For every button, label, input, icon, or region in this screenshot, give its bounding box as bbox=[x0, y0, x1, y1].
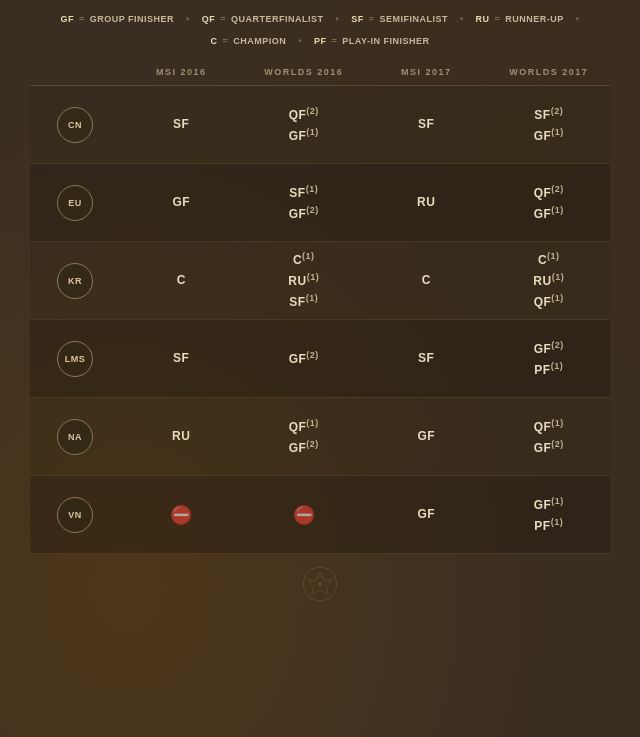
legend-item-gf: GF=GROUP FINISHER bbox=[60, 14, 174, 24]
data-cell: SF bbox=[365, 108, 488, 141]
stat-line: SF(1) bbox=[289, 292, 318, 311]
data-cell: QF(1)GF(2) bbox=[488, 409, 611, 465]
stat-line: C bbox=[177, 272, 186, 289]
table-header: MSI 2016 WORLDS 2016 MSI 2017 WORLDS 201… bbox=[30, 61, 610, 83]
data-cell: GF(2)PF(1) bbox=[488, 331, 611, 387]
data-cell: C(1)RU(1)QF(1) bbox=[488, 242, 611, 318]
region-cell: LMS bbox=[30, 331, 120, 387]
stat-line: SF(2) bbox=[534, 105, 563, 124]
legend-item-qf: QF=QUARTERFINALIST bbox=[202, 14, 324, 24]
stat-line: QF(1) bbox=[289, 417, 319, 436]
region-cell: EU bbox=[30, 175, 120, 231]
data-cell: GF bbox=[365, 498, 488, 531]
data-cell: QF(1)GF(2) bbox=[243, 409, 366, 465]
stat-line: C(1) bbox=[538, 250, 560, 269]
stat-line: SF bbox=[173, 350, 189, 367]
region-badge-vn: VN bbox=[57, 497, 93, 533]
data-cell: GF(1)PF(1) bbox=[488, 487, 611, 543]
legend-separator: • bbox=[460, 14, 464, 24]
table-body: CNSFQF(2)GF(1)SFSF(2)GF(1)EUGFSF(1)GF(2)… bbox=[30, 85, 610, 554]
stat-line: QF(2) bbox=[534, 183, 564, 202]
stat-line: C(1) bbox=[293, 250, 315, 269]
stat-line: C bbox=[422, 272, 431, 289]
col-header-worlds2017: WORLDS 2017 bbox=[488, 61, 611, 83]
data-cell: C bbox=[120, 264, 243, 297]
stat-line: PF(1) bbox=[534, 516, 563, 535]
data-cell: RU bbox=[120, 420, 243, 453]
stat-line: GF bbox=[172, 194, 190, 211]
data-cell: ⛔ bbox=[243, 496, 366, 534]
col-header-worlds2016: WORLDS 2016 bbox=[243, 61, 366, 83]
stat-line: RU bbox=[417, 194, 435, 211]
legend-separator: • bbox=[186, 14, 190, 24]
legend-separator: • bbox=[298, 36, 302, 46]
col-header-msi2017: MSI 2017 bbox=[365, 61, 488, 83]
stat-line: SF bbox=[418, 350, 434, 367]
region-badge-cn: CN bbox=[57, 107, 93, 143]
legend-item-ru: RU=RUNNER-UP bbox=[476, 14, 564, 24]
data-cell: QF(2)GF(1) bbox=[243, 97, 366, 153]
stat-line: QF(1) bbox=[534, 417, 564, 436]
stat-line: GF(2) bbox=[534, 339, 564, 358]
stat-line: GF(2) bbox=[534, 438, 564, 457]
region-cell: VN bbox=[30, 487, 120, 543]
region-cell: NA bbox=[30, 409, 120, 465]
stat-line: GF bbox=[417, 428, 435, 445]
region-badge-eu: EU bbox=[57, 185, 93, 221]
table-row: CNSFQF(2)GF(1)SFSF(2)GF(1) bbox=[30, 86, 610, 164]
legend-item-sf: SF=SEMIFINALIST bbox=[351, 14, 448, 24]
data-cell: SF bbox=[365, 342, 488, 375]
region-badge-kr: KR bbox=[57, 263, 93, 299]
data-cell: SF(1)GF(2) bbox=[243, 175, 366, 231]
stat-line: RU(1) bbox=[288, 271, 319, 290]
stat-line: SF(1) bbox=[289, 183, 318, 202]
col-header-region bbox=[30, 61, 120, 83]
stat-line: GF(2) bbox=[289, 438, 319, 457]
legend-item-c: C=CHAMPION bbox=[211, 36, 287, 46]
data-cell: GF(2) bbox=[243, 341, 366, 376]
table-row: KRCC(1)RU(1)SF(1)CC(1)RU(1)QF(1) bbox=[30, 242, 610, 320]
table-row: EUGFSF(1)GF(2)RUQF(2)GF(1) bbox=[30, 164, 610, 242]
table-row: VN⛔⛔GFGF(1)PF(1) bbox=[30, 476, 610, 554]
region-badge-lms: LMS bbox=[57, 341, 93, 377]
data-cell: QF(2)GF(1) bbox=[488, 175, 611, 231]
stat-line: QF(2) bbox=[289, 105, 319, 124]
stat-line: GF(1) bbox=[289, 126, 319, 145]
legend-item-pf: PF=PLAY-IN FINISHER bbox=[314, 36, 429, 46]
region-badge-na: NA bbox=[57, 419, 93, 455]
table-container: MSI 2016 WORLDS 2016 MSI 2017 WORLDS 201… bbox=[0, 61, 640, 554]
data-cell: SF(2)GF(1) bbox=[488, 97, 611, 153]
table-row: NARUQF(1)GF(2)GFQF(1)GF(2) bbox=[30, 398, 610, 476]
data-cell: GF bbox=[120, 186, 243, 219]
stat-line: GF(1) bbox=[534, 495, 564, 514]
col-header-msi2016: MSI 2016 bbox=[120, 61, 243, 83]
stat-line: SF bbox=[418, 116, 434, 133]
data-cell: SF bbox=[120, 108, 243, 141]
stat-line: RU bbox=[172, 428, 190, 445]
legend-separator: • bbox=[576, 14, 580, 24]
data-cell: C bbox=[365, 264, 488, 297]
svg-point-1 bbox=[318, 582, 323, 587]
data-cell: ⛔ bbox=[120, 496, 243, 534]
data-cell: GF bbox=[365, 420, 488, 453]
stat-line: RU(1) bbox=[533, 271, 564, 290]
region-cell: KR bbox=[30, 253, 120, 309]
table-row: LMSSFGF(2)SFGF(2)PF(1) bbox=[30, 320, 610, 398]
legend-separator: • bbox=[336, 14, 340, 24]
footer-logo bbox=[0, 566, 640, 602]
stat-line: GF(1) bbox=[534, 204, 564, 223]
data-cell: SF bbox=[120, 342, 243, 375]
stat-line: PF(1) bbox=[534, 360, 563, 379]
no-entry-icon: ⛔ bbox=[170, 504, 192, 526]
stat-line: QF(1) bbox=[534, 292, 564, 311]
data-cell: C(1)RU(1)SF(1) bbox=[243, 242, 366, 318]
data-cell: RU bbox=[365, 186, 488, 219]
stat-line: GF(2) bbox=[289, 349, 319, 368]
stat-line: GF(1) bbox=[534, 126, 564, 145]
no-entry-icon: ⛔ bbox=[293, 504, 315, 526]
stat-line: GF bbox=[417, 506, 435, 523]
stat-line: GF(2) bbox=[289, 204, 319, 223]
region-cell: CN bbox=[30, 97, 120, 153]
stat-line: SF bbox=[173, 116, 189, 133]
legend-bar: GF=GROUP FINISHER•QF=QUARTERFINALIST•SF=… bbox=[0, 0, 640, 56]
